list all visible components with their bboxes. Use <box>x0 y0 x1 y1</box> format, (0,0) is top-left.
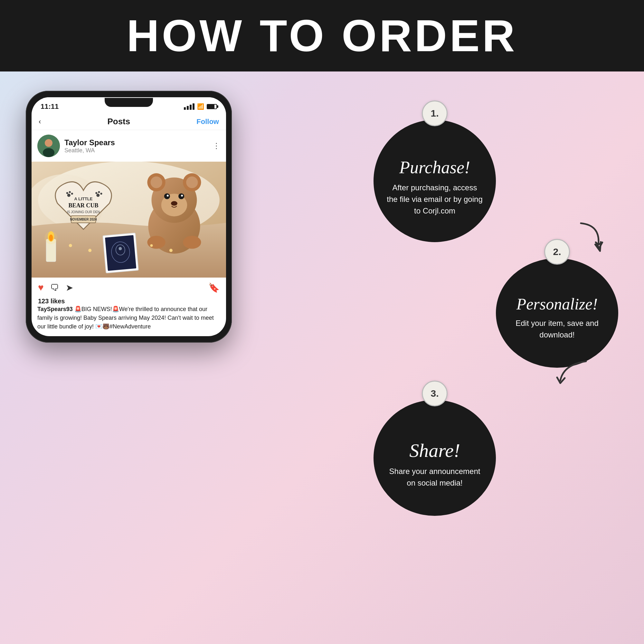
arrow-2 <box>554 358 592 392</box>
status-time: 11:11 <box>41 102 59 111</box>
step-3-number-badge: 3. <box>422 381 448 406</box>
svg-point-14 <box>95 192 97 194</box>
svg-point-32 <box>183 236 201 249</box>
steps-section: 1. Purchase! After purchasing, access th… <box>251 91 618 638</box>
battery-fill <box>207 105 214 109</box>
svg-rect-44 <box>105 235 136 271</box>
svg-point-12 <box>71 193 73 194</box>
step-1-title: Purchase! <box>399 158 470 177</box>
avatar-svg <box>37 135 60 157</box>
wifi-icon: 📶 <box>197 103 204 110</box>
avatar <box>37 135 60 157</box>
status-icons: 📶 <box>184 103 217 110</box>
svg-text:A LITTLE: A LITTLE <box>74 196 93 201</box>
posts-header: ‹ Posts Follow <box>32 113 226 130</box>
signal-bar-4 <box>193 103 194 110</box>
svg-point-23 <box>150 176 162 188</box>
caption-username: TaySpears93 <box>37 306 73 312</box>
phone-notch <box>105 98 153 107</box>
svg-point-11 <box>69 191 71 193</box>
svg-point-37 <box>69 244 72 247</box>
step-3-circle: Share! Share your announcement on social… <box>374 400 496 516</box>
step-1-circle: Purchase! After purchasing, access the f… <box>374 120 496 242</box>
share-icon[interactable]: ➤ <box>66 282 73 293</box>
action-icons-left: ♥ 🗨 ➤ <box>38 282 73 293</box>
post-caption: TaySpears93 🚨BIG NEWS!🚨We're thrilled to… <box>32 305 226 336</box>
svg-point-9 <box>67 194 71 197</box>
step-3-description: Share your announcement on social media! <box>386 466 483 489</box>
signal-bar-1 <box>184 107 186 110</box>
battery-icon <box>207 104 217 109</box>
posts-title: Posts <box>107 117 130 127</box>
step-1-number: 1. <box>431 108 439 119</box>
header-section: HOW TO ORDER <box>0 0 644 71</box>
svg-point-29 <box>181 194 183 196</box>
svg-point-24 <box>186 176 198 188</box>
svg-text:IS JOINING OUR DEN: IS JOINING OUR DEN <box>67 210 100 214</box>
comment-icon[interactable]: 🗨 <box>50 282 59 293</box>
signal-bar-2 <box>187 106 189 110</box>
post-image: A LITTLE BEAR CUB IS JOINING OUR DEN <box>32 162 226 278</box>
signal-bar-3 <box>190 105 192 110</box>
svg-point-15 <box>98 191 100 193</box>
profile-location: Seattle, WA <box>64 147 208 154</box>
step-2-number-badge: 2. <box>544 239 570 265</box>
svg-point-42 <box>169 249 173 252</box>
like-icon[interactable]: ♥ <box>38 282 44 293</box>
svg-point-10 <box>66 192 68 194</box>
step-2-title: Personalize! <box>516 295 598 313</box>
svg-point-36 <box>44 231 57 244</box>
post-image-svg: A LITTLE BEAR CUB IS JOINING OUR DEN <box>32 162 226 278</box>
svg-text:NOVEMBER 2024: NOVEMBER 2024 <box>70 218 97 221</box>
step-2-circle: Personalize! Edit your item, save and do… <box>496 258 618 368</box>
step-1-description: After purchasing, access the file via em… <box>386 182 483 217</box>
arrow-2-svg <box>554 358 592 390</box>
step-1-container: 1. Purchase! After purchasing, access th… <box>374 100 496 242</box>
follow-button[interactable]: Follow <box>196 118 219 126</box>
bookmark-icon[interactable]: 🔖 <box>208 282 220 293</box>
main-content: 11:11 📶 <box>0 71 644 644</box>
svg-point-13 <box>96 194 99 197</box>
step-1-number-badge: 1. <box>422 100 448 126</box>
phone-screen: 11:11 📶 <box>32 97 226 336</box>
profile-info: Taylor Spears Seattle, WA <box>64 138 208 154</box>
svg-point-1 <box>45 139 52 147</box>
back-arrow-icon[interactable]: ‹ <box>39 118 41 126</box>
step-2-description: Edit your item, save and download! <box>509 317 605 341</box>
profile-name: Taylor Spears <box>64 138 208 147</box>
phone-outer: 11:11 📶 <box>26 91 232 343</box>
post-actions: ♥ 🗨 ➤ 🔖 <box>32 278 226 298</box>
more-options-icon[interactable]: ⋮ <box>213 141 220 150</box>
step-3-title: Share! <box>409 440 460 461</box>
step-3-number: 3. <box>431 388 439 399</box>
step-2-container: 2. Personalize! Edit your item, save and… <box>496 239 618 368</box>
phone-mockup: 11:11 📶 <box>26 91 232 343</box>
page-title: HOW TO ORDER <box>127 10 517 62</box>
svg-point-28 <box>167 194 169 196</box>
svg-point-16 <box>100 193 102 194</box>
avatar-face <box>37 135 60 157</box>
step-2-number: 2. <box>553 246 561 257</box>
svg-point-30 <box>171 201 177 206</box>
profile-row: Taylor Spears Seattle, WA ⋮ <box>32 130 226 162</box>
step-3-container: 3. Share! Share your announcement on soc… <box>374 381 496 516</box>
svg-point-41 <box>150 244 153 247</box>
svg-point-38 <box>88 249 91 252</box>
likes-count: 123 likes <box>32 298 226 305</box>
signal-bars-icon <box>184 103 194 110</box>
svg-text:BEAR CUB: BEAR CUB <box>69 202 99 209</box>
svg-point-31 <box>147 236 165 249</box>
